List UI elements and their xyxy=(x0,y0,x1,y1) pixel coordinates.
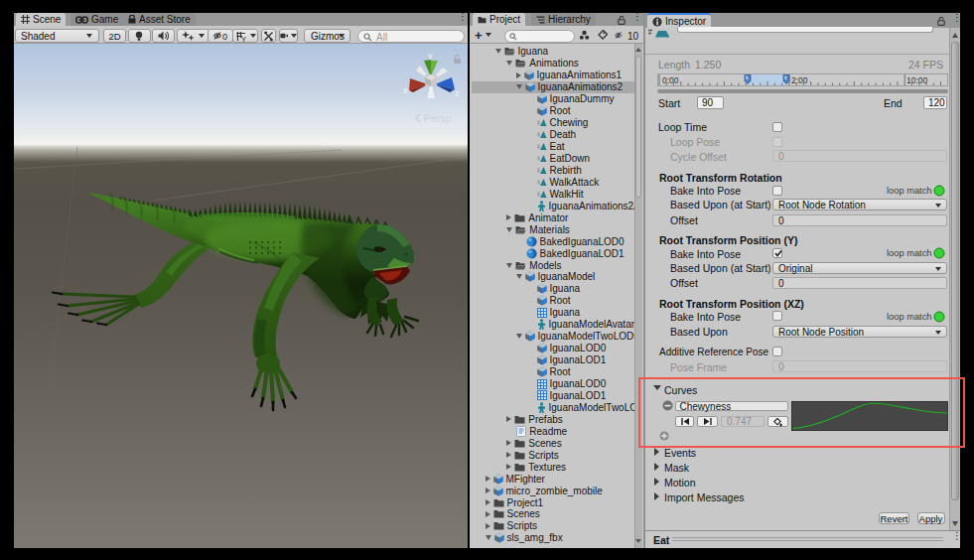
svg-text:Y: Y xyxy=(241,34,246,42)
svg-text:x: x xyxy=(403,85,408,95)
svg-text:z: z xyxy=(455,88,460,98)
svg-text:y: y xyxy=(428,51,433,61)
svg-text:Persp: Persp xyxy=(424,112,452,124)
svg-text:0: 0 xyxy=(222,32,227,42)
